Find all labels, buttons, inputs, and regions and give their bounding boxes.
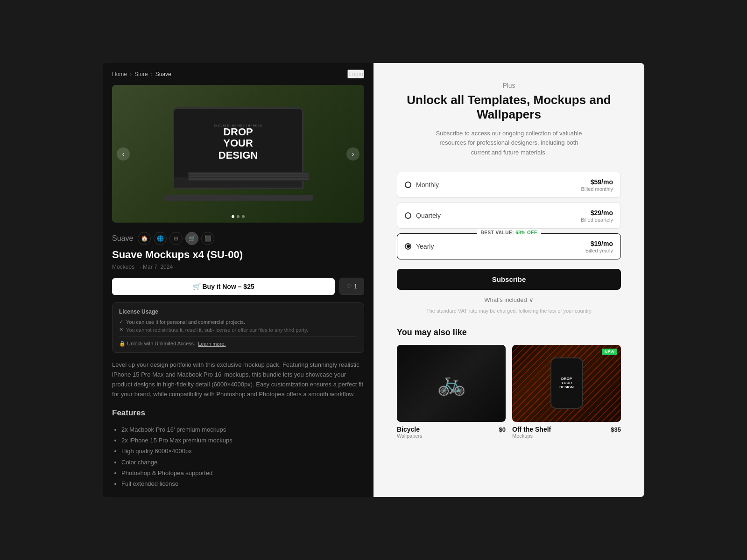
- monthly-amount: $59/mo: [591, 178, 613, 186]
- pricing-options: Monthly $59/mo Billed monthly Quartely $…: [397, 172, 621, 259]
- quarterly-billing: Billed quartely: [581, 217, 613, 223]
- quarterly-radio: [405, 212, 411, 219]
- breadcrumb-home[interactable]: Home: [112, 71, 127, 77]
- drop-text: DROP: [214, 127, 262, 137]
- license-box: License Usage ✓ You can use it for perso…: [112, 302, 364, 353]
- plus-title: Unlock all Templates, Mockups and Wallpa…: [397, 93, 621, 122]
- feature-2: 2x iPhone 15 Pro Max premium mockups: [121, 435, 364, 446]
- monthly-billing: Billed monthly: [581, 186, 613, 192]
- laptop-mockup: ELEVATE inspire IMPRESS DROP YOUR DESIGN: [163, 107, 313, 201]
- laptop-keyboard: [188, 172, 310, 181]
- product-info: Suave 🏠 🌐 ⊞ 🛒 ⬛ Suave Mockups x4 (SU-00)…: [103, 223, 374, 360]
- monthly-left: Monthly: [405, 181, 439, 189]
- product-description-section: Level up your design portfolio with this…: [103, 360, 374, 497]
- cart-icon[interactable]: 🛒: [185, 232, 198, 245]
- dot-2[interactable]: [237, 215, 240, 218]
- screen-content: ELEVATE inspire IMPRESS DROP YOUR DESIGN: [209, 119, 267, 166]
- quarterly-left: Quartely: [405, 212, 441, 219]
- feature-6: Full extended license: [121, 478, 364, 489]
- phone-screen-text: DROPYOURDESIGN: [559, 377, 574, 389]
- offtheshelf-name: Off the Shelf: [512, 426, 551, 433]
- sep2: ›: [151, 71, 153, 77]
- feature-3: High quality 6000×4000px: [121, 446, 364, 456]
- offtheshelf-category: Mockups: [512, 433, 621, 439]
- feature-5: Photoshop & Photopea supported: [121, 468, 364, 478]
- bicycle-image: 🚲: [397, 345, 506, 422]
- license-allowed-text: You can use it for personal and commerci…: [126, 319, 245, 325]
- monthly-label: Monthly: [416, 181, 439, 189]
- vat-notice: The standard VAT rate may be charged, fo…: [397, 308, 621, 314]
- dot-1[interactable]: [232, 215, 234, 218]
- breadcrumb-current: Suave: [155, 71, 171, 77]
- tag-icon[interactable]: ⬛: [201, 232, 214, 245]
- offtheshelf-visual-bg: DROPYOURDESIGN: [512, 345, 621, 422]
- x-icon: ✕: [119, 327, 123, 333]
- seller-icons: 🏠 🌐 ⊞ 🛒 ⬛: [138, 232, 214, 245]
- pricing-quarterly[interactable]: Quartely $29/mo Billed quartely: [397, 203, 621, 229]
- also-like-offtheshelf[interactable]: DROPYOURDESIGN NEW Off the Shelf $35 Moc…: [512, 345, 621, 439]
- nav-bar: Home › Store › Suave Login: [103, 63, 374, 85]
- plus-header: Plus Unlock all Templates, Mockups and W…: [397, 82, 621, 158]
- subscribe-button[interactable]: Subscribe: [397, 269, 621, 290]
- quarterly-price: $29/mo Billed quartely: [581, 209, 613, 223]
- monthly-radio: [405, 182, 411, 188]
- your-text: YOUR: [214, 137, 262, 149]
- check-icon: ✓: [119, 319, 123, 325]
- globe-icon[interactable]: 🌐: [154, 232, 167, 245]
- login-button[interactable]: Login: [347, 70, 364, 78]
- grid-icon[interactable]: ⊞: [169, 232, 183, 245]
- carousel-next-button[interactable]: ›: [346, 147, 359, 161]
- product-meta: Mockups · Mar 7, 2024: [112, 264, 364, 270]
- product-description: Level up your design portfolio with this…: [112, 360, 364, 399]
- also-like-bicycle[interactable]: 🚲 Bicycle $0 Wallpapers: [397, 345, 506, 439]
- keyboard-row-1: [189, 173, 309, 175]
- carousel-prev-button[interactable]: ‹: [117, 147, 130, 161]
- right-panel: Plus Unlock all Templates, Mockups and W…: [374, 63, 644, 497]
- breadcrumb-store[interactable]: Store: [134, 71, 148, 77]
- yearly-radio: [405, 243, 411, 250]
- laptop-base: [163, 195, 313, 201]
- bicycle-icon: 🚲: [437, 370, 466, 397]
- feature-4: Color change: [121, 457, 364, 468]
- pricing-monthly[interactable]: Monthly $59/mo Billed monthly: [397, 172, 621, 198]
- phone-mockup: DROPYOURDESIGN: [550, 357, 583, 409]
- design-text: DESIGN: [214, 149, 262, 161]
- unlock-row: 🔒 Unlock with Unlimited Access. Learn mo…: [119, 336, 357, 347]
- product-category: Mockups: [112, 264, 134, 270]
- yearly-amount: $19/mo: [591, 240, 613, 247]
- buy-section: 🛒 Buy it Now – $25 ♡ 1: [112, 278, 364, 295]
- license-title: License Usage: [119, 308, 357, 315]
- product-carousel: ELEVATE inspire IMPRESS DROP YOUR DESIGN: [112, 85, 364, 223]
- buy-button[interactable]: 🛒 Buy it Now – $25: [112, 278, 335, 295]
- bicycle-name: Bicycle: [397, 426, 420, 433]
- chevron-down-icon: ∨: [529, 296, 534, 303]
- home-icon[interactable]: 🏠: [138, 232, 151, 245]
- whats-included-label: What's included: [484, 296, 527, 303]
- wishlist-button[interactable]: ♡ 1: [339, 278, 364, 295]
- heart-icon: ♡: [346, 283, 352, 290]
- product-title: Suave Mockups x4 (SU-00): [112, 249, 364, 261]
- keyboard-row-2: [189, 175, 309, 177]
- features-title: Features: [112, 406, 364, 419]
- quarterly-amount: $29/mo: [591, 209, 613, 217]
- offtheshelf-image: DROPYOURDESIGN NEW: [512, 345, 621, 422]
- license-denied-text: You cannot redistribute it, resell it, s…: [126, 327, 308, 333]
- seller-name: Suave: [112, 234, 133, 243]
- laptop-body: ELEVATE inspire IMPRESS DROP YOUR DESIGN: [173, 107, 303, 189]
- offtheshelf-price: $35: [611, 426, 621, 433]
- dot-3[interactable]: [242, 215, 245, 218]
- also-like-title: You may also like: [397, 328, 621, 337]
- plus-label: Plus: [397, 82, 621, 89]
- pricing-yearly[interactable]: BEST VALUE: 68% OFF Yearly $19/mo Billed…: [397, 233, 621, 259]
- whats-included-toggle[interactable]: What's included ∨: [397, 296, 621, 303]
- yearly-billing: Billed yearly: [585, 248, 613, 253]
- quarterly-label: Quartely: [416, 212, 441, 219]
- keyboard-row-3: [189, 178, 309, 180]
- bicycle-category: Wallpapers: [397, 433, 506, 439]
- bicycle-price: $0: [499, 426, 506, 433]
- carousel-image: ELEVATE inspire IMPRESS DROP YOUR DESIGN: [112, 85, 364, 223]
- laptop-screen: ELEVATE inspire IMPRESS DROP YOUR DESIGN: [174, 109, 302, 177]
- learn-more-link[interactable]: Learn more.: [198, 341, 226, 347]
- offtheshelf-title-row: Off the Shelf $35: [512, 426, 621, 433]
- license-allowed: ✓ You can use it for personal and commer…: [119, 319, 357, 325]
